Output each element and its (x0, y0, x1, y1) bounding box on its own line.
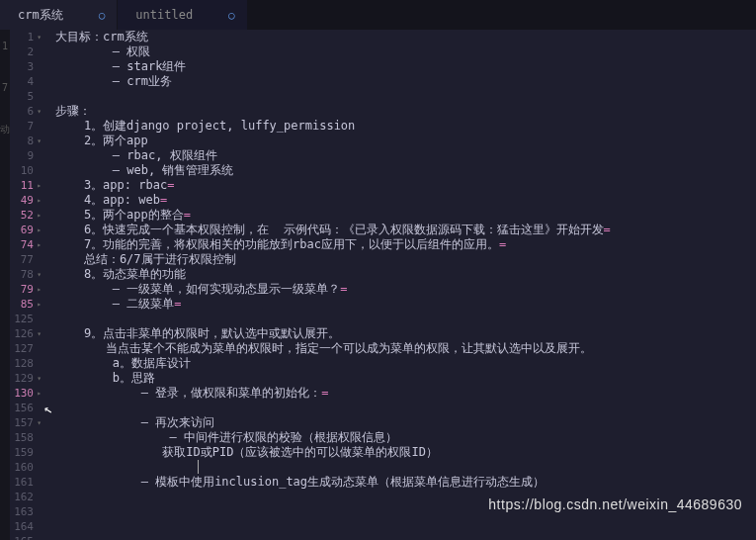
code-line[interactable]: – 再次来访问 (55, 415, 756, 430)
sidebar-marker: 7 (0, 81, 10, 95)
code-line[interactable]: – 中间件进行权限的校验（根据权限信息） (55, 430, 756, 445)
code-line[interactable]: a。数据库设计 (55, 356, 756, 371)
minimap-strip: 17动 (0, 30, 10, 540)
line-number: 160 (10, 460, 42, 475)
watermark-text: https://blog.csdn.net/weixin_44689630 (488, 496, 742, 512)
fold-icon[interactable]: ▾ (36, 267, 42, 282)
fold-icon[interactable]: ▾ (36, 326, 42, 341)
fold-icon[interactable]: ▸ (36, 282, 42, 297)
line-number: 165 (10, 534, 42, 540)
code-line[interactable] (55, 312, 756, 326)
line-number: 164 (10, 519, 42, 534)
code-line[interactable]: – 一级菜单，如何实现动态显示一级菜单？= (55, 282, 756, 297)
fold-icon[interactable]: ▸ (36, 178, 42, 193)
code-line[interactable]: 3。app: rbac= (55, 178, 756, 193)
line-number: 9 (10, 148, 42, 163)
tab-label: untitled (135, 8, 193, 22)
code-line[interactable]: – crm业务 (55, 74, 756, 89)
code-line[interactable]: – 权限 (55, 45, 756, 59)
code-line[interactable]: 1。创建django project, luffy_permission (55, 119, 756, 134)
line-number: 157▾ (10, 415, 42, 430)
code-line[interactable] (55, 401, 756, 415)
tab-bar: crm系统 ○ untitled ○ (0, 0, 756, 30)
fold-icon[interactable]: ▾ (36, 30, 42, 45)
fold-icon[interactable]: ▸ (36, 193, 42, 208)
line-number: 49▸ (10, 193, 42, 208)
sidebar-marker (0, 53, 10, 67)
line-number: 130▸ (10, 386, 42, 401)
code-line[interactable]: 4。app: web= (55, 193, 756, 208)
code-line[interactable] (55, 519, 756, 534)
code-line[interactable] (55, 534, 756, 540)
tab-active[interactable]: crm系统 ○ (0, 0, 118, 30)
code-line[interactable]: – 二级菜单= (55, 297, 756, 312)
line-number: 79▸ (10, 282, 42, 297)
line-number: 52▸ (10, 208, 42, 223)
line-number: 2 (10, 45, 42, 59)
line-number: 4 (10, 74, 42, 89)
line-number: 11▸ (10, 178, 42, 193)
code-line[interactable] (55, 460, 756, 475)
line-number: 158 (10, 430, 42, 445)
tab-label: crm系统 (18, 7, 63, 24)
code-line[interactable]: 8。动态菜单的功能 (55, 267, 756, 282)
editor: 17动 1▾23456▾78▾91011▸49▸52▸69▸74▸7778▾79… (0, 30, 756, 540)
code-line[interactable]: 5。两个app的整合= (55, 208, 756, 223)
line-number: 7 (10, 119, 42, 134)
fold-icon[interactable]: ▸ (36, 208, 42, 223)
code-line[interactable]: – 模板中使用inclusion_tag生成动态菜单（根据菜单信息进行动态生成） (55, 475, 756, 490)
code-line[interactable]: – rbac, 权限组件 (55, 148, 756, 163)
code-line[interactable]: – stark组件 (55, 59, 756, 74)
fold-icon[interactable]: ▾ (36, 415, 42, 430)
code-line[interactable]: 当点击某个不能成为菜单的权限时，指定一个可以成为菜单的权限，让其默认选中以及展开… (55, 341, 756, 356)
line-number: 163 (10, 504, 42, 519)
close-icon[interactable]: ○ (99, 9, 106, 22)
sidebar-marker (0, 95, 10, 109)
line-number: 159 (10, 445, 42, 460)
line-number: 5 (10, 89, 42, 104)
code-line[interactable]: 6。快速完成一个基本权限控制，在 示例代码：《已录入权限数据源码下载：猛击这里》… (55, 223, 756, 237)
code-line[interactable]: 2。两个app (55, 134, 756, 148)
fold-icon[interactable]: ▸ (36, 297, 42, 312)
line-number: 74▸ (10, 237, 42, 252)
line-number: 78▾ (10, 267, 42, 282)
line-number: 1▾ (10, 30, 42, 45)
fold-icon[interactable]: ▾ (36, 371, 42, 386)
fold-icon[interactable]: ▸ (36, 386, 42, 401)
line-number: 125 (10, 312, 42, 326)
code-line[interactable]: b。思路 (55, 371, 756, 386)
code-line[interactable]: – 登录，做权限和菜单的初始化：= (55, 386, 756, 401)
code-line[interactable] (55, 89, 756, 104)
line-number: 10 (10, 163, 42, 178)
code-line[interactable]: – web, 销售管理系统 (55, 163, 756, 178)
line-number: 128 (10, 356, 42, 371)
line-number: 129▾ (10, 371, 42, 386)
line-number: 156 (10, 401, 42, 415)
sidebar-marker: 1 (0, 40, 10, 53)
sidebar-marker: 动 (0, 123, 10, 136)
code-line[interactable]: 总结：6/7属于进行权限控制 (55, 252, 756, 267)
line-number: 161 (10, 475, 42, 490)
line-number: 8▾ (10, 134, 42, 148)
line-number: 127 (10, 341, 42, 356)
line-number: 126▾ (10, 326, 42, 341)
line-number: 69▸ (10, 223, 42, 237)
line-number: 85▸ (10, 297, 42, 312)
code-area[interactable]: 大目标：crm系统 – 权限 – stark组件 – crm业务步骤： 1。创建… (49, 30, 756, 540)
fold-icon[interactable]: ▸ (36, 237, 42, 252)
code-line[interactable]: 7。功能的完善，将权限相关的功能放到rbac应用下，以便于以后组件的应用。= (55, 237, 756, 252)
code-line[interactable]: 获取ID或PID（应该被选中的可以做菜单的权限ID） (55, 445, 756, 460)
line-number: 162 (10, 490, 42, 504)
fold-icon[interactable]: ▾ (36, 134, 42, 148)
fold-icon[interactable]: ▸ (36, 223, 42, 237)
line-number: 6▾ (10, 104, 42, 119)
fold-icon[interactable]: ▾ (36, 104, 42, 119)
tab-inactive[interactable]: untitled ○ (118, 0, 247, 30)
code-line[interactable]: 大目标：crm系统 (55, 30, 756, 45)
sidebar-marker (0, 109, 10, 123)
code-line[interactable]: 9。点击非菜单的权限时，默认选中或默认展开。 (55, 326, 756, 341)
code-line[interactable]: 步骤： (55, 104, 756, 119)
sidebar-marker (0, 67, 10, 81)
gutter: 1▾23456▾78▾91011▸49▸52▸69▸74▸7778▾79▸85▸… (10, 30, 49, 540)
close-icon[interactable]: ○ (228, 9, 235, 22)
